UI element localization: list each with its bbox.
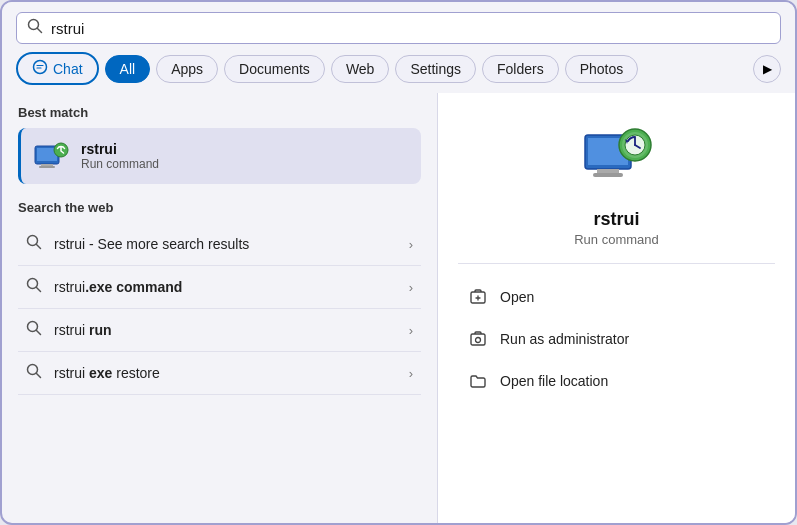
detail-subtitle: Run command	[574, 232, 659, 247]
best-match-text: rstrui Run command	[81, 141, 159, 171]
best-match-item[interactable]: rstrui Run command	[18, 128, 421, 184]
tab-chat-label: Chat	[53, 61, 83, 77]
web-search-section-title: Search the web	[18, 200, 421, 215]
action-folder-label: Open file location	[500, 373, 608, 389]
arrow-icon-1: ›	[409, 280, 413, 295]
svg-point-28	[476, 338, 481, 343]
tab-documents-label: Documents	[239, 61, 310, 77]
web-search-item-text-3: rstrui exe restore	[54, 365, 397, 381]
tab-chat[interactable]: Chat	[16, 52, 99, 85]
svg-point-2	[34, 61, 47, 74]
tab-all[interactable]: All	[105, 55, 151, 83]
search-input-wrapper[interactable]	[16, 12, 781, 44]
main-content: Best match rstrui Run	[2, 93, 795, 523]
best-match-title: rstrui	[81, 141, 159, 157]
folder-icon	[468, 371, 488, 391]
svg-rect-27	[471, 334, 485, 345]
tab-web[interactable]: Web	[331, 55, 390, 83]
web-search-item-text-2: rstrui run	[54, 322, 397, 338]
tab-web-label: Web	[346, 61, 375, 77]
right-panel: rstrui Run command Open	[437, 93, 795, 523]
web-search-item-1[interactable]: rstrui.exe command ›	[18, 266, 421, 309]
web-search-item-0[interactable]: rstrui - See more search results ›	[18, 223, 421, 266]
arrow-icon-2: ›	[409, 323, 413, 338]
svg-line-13	[37, 331, 41, 335]
detail-divider	[458, 263, 775, 264]
action-open-file-location[interactable]: Open file location	[458, 362, 775, 400]
action-open[interactable]: Open	[458, 278, 775, 316]
web-search-item-text-1: rstrui.exe command	[54, 279, 397, 295]
tab-apps-label: Apps	[171, 61, 203, 77]
tab-folders[interactable]: Folders	[482, 55, 559, 83]
search-window: Chat All Apps Documents Web Settings Fol…	[0, 0, 797, 525]
tab-settings-label: Settings	[410, 61, 461, 77]
tab-photos[interactable]: Photos	[565, 55, 639, 83]
search-web-icon-2	[26, 320, 42, 340]
best-match-section-title: Best match	[18, 105, 421, 120]
arrow-icon-0: ›	[409, 237, 413, 252]
search-icon	[27, 18, 43, 38]
tab-settings[interactable]: Settings	[395, 55, 476, 83]
svg-line-11	[37, 288, 41, 292]
search-web-icon-3	[26, 363, 42, 383]
open-icon	[468, 287, 488, 307]
arrow-icon-3: ›	[409, 366, 413, 381]
detail-title: rstrui	[593, 209, 639, 230]
tab-all-label: All	[120, 61, 136, 77]
svg-line-9	[37, 245, 41, 249]
tab-documents[interactable]: Documents	[224, 55, 325, 83]
svg-rect-5	[41, 164, 53, 166]
svg-rect-6	[39, 166, 55, 168]
svg-rect-18	[597, 169, 619, 173]
search-bar	[2, 2, 795, 52]
web-search-item-2[interactable]: rstrui run ›	[18, 309, 421, 352]
svg-line-1	[38, 29, 42, 33]
svg-rect-19	[593, 173, 623, 177]
web-search-item-3[interactable]: rstrui exe restore ›	[18, 352, 421, 395]
svg-line-15	[37, 374, 41, 378]
action-run-as-admin[interactable]: Run as administrator	[458, 320, 775, 358]
action-admin-label: Run as administrator	[500, 331, 629, 347]
filter-tabs: Chat All Apps Documents Web Settings Fol…	[2, 52, 795, 93]
tab-photos-label: Photos	[580, 61, 624, 77]
web-search-items: rstrui - See more search results › rstru…	[18, 223, 421, 395]
chat-icon	[32, 59, 48, 78]
tab-folders-label: Folders	[497, 61, 544, 77]
web-search-item-text-0: rstrui - See more search results	[54, 236, 397, 252]
chevron-right-icon: ▶	[763, 62, 772, 76]
admin-icon	[468, 329, 488, 349]
tab-apps[interactable]: Apps	[156, 55, 218, 83]
detail-app-icon	[577, 117, 657, 197]
best-match-subtitle: Run command	[81, 157, 159, 171]
search-web-icon-1	[26, 277, 42, 297]
more-tabs-button[interactable]: ▶	[753, 55, 781, 83]
action-list: Open Run as administrator	[458, 278, 775, 400]
left-panel: Best match rstrui Run	[2, 93, 437, 523]
rstrui-app-icon	[33, 138, 69, 174]
search-web-icon-0	[26, 234, 42, 254]
search-input[interactable]	[51, 20, 770, 37]
action-open-label: Open	[500, 289, 534, 305]
